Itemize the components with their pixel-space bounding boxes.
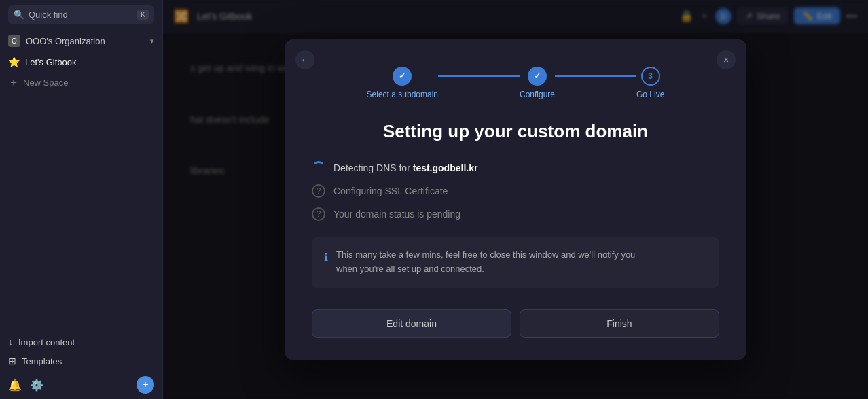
edit-domain-button[interactable]: Edit domain — [312, 309, 511, 338]
modal-back-button[interactable]: ← — [295, 50, 314, 69]
arrow-left-icon: ← — [300, 54, 310, 65]
status-item-domain: ? Your domain status is pending — [312, 207, 719, 221]
org-avatar: O — [8, 35, 20, 47]
step-3-label: Go Live — [636, 90, 664, 99]
info-box: ℹ This many take a few mins, feel free t… — [312, 237, 719, 288]
step-3-circle: 3 — [641, 67, 660, 86]
finish-button[interactable]: Finish — [520, 309, 719, 338]
status-list: Detecting DNS for test.godbell.kr ? Conf… — [312, 161, 719, 221]
main-area: 🔀 Let's Gitbook 🔒 ＋ D ↗ Share ✏️ Edit ••… — [163, 0, 868, 399]
star-icon: ⭐ — [8, 56, 20, 67]
quick-find-label: Quick find — [29, 10, 68, 20]
step-1-circle: ✓ — [393, 67, 412, 86]
modal-footer: Edit domain Finish — [312, 309, 719, 338]
settings-icon[interactable]: ⚙️ — [30, 379, 43, 392]
modal-title: Setting up your custom domain — [312, 121, 719, 142]
sidebar-new-space-button[interactable]: ＋ New Space — [0, 71, 162, 94]
pending-icon-ssl: ? — [312, 184, 325, 198]
add-new-button[interactable]: + — [137, 376, 154, 394]
info-text-1: This many take a few mins, feel free to … — [336, 249, 635, 260]
info-content: This many take a few mins, feel free to … — [336, 248, 635, 277]
dns-text: Detecting DNS for test.godbell.kr — [333, 162, 477, 173]
import-label: Import content — [18, 337, 75, 347]
step-2: ✓ Configure — [520, 67, 555, 99]
modal-close-button[interactable]: × — [717, 50, 736, 69]
step-1-label: Select a subdomain — [367, 90, 438, 99]
sidebar-item-gitbook[interactable]: ⭐ Let's Gitbook — [0, 52, 162, 71]
ssl-text: Configuring SSL Certificate — [333, 186, 448, 196]
close-icon: × — [723, 54, 729, 65]
custom-domain-modal: ← × ✓ Select a subdomain ✓ Configure — [285, 39, 746, 360]
search-icon: 🔍 — [14, 10, 24, 20]
step-2-circle: ✓ — [528, 67, 547, 86]
step-3: 3 Go Live — [636, 67, 664, 99]
sidebar-import-content[interactable]: ↓ Import content — [0, 332, 162, 351]
info-icon: ℹ — [324, 249, 328, 266]
stepper: ✓ Select a subdomain ✓ Configure 3 Go Li… — [312, 67, 719, 99]
domain-name: test.godbell.kr — [413, 162, 478, 173]
status-item-ssl: ? Configuring SSL Certificate — [312, 184, 719, 198]
info-text-2: when you're all set up and connected. — [336, 264, 484, 274]
domain-status-text: Your domain status is pending — [333, 209, 460, 220]
bell-icon[interactable]: 🔔 — [8, 379, 22, 392]
modal-overlay: ← × ✓ Select a subdomain ✓ Configure — [163, 0, 868, 399]
keyboard-shortcut-badge: K — [137, 10, 149, 20]
status-item-dns: Detecting DNS for test.godbell.kr — [312, 161, 719, 175]
sidebar-bottom-icons: 🔔 ⚙️ — [8, 379, 43, 392]
import-icon: ↓ — [8, 336, 13, 347]
new-space-label: New Space — [23, 77, 68, 88]
sidebar-bottom: 🔔 ⚙️ + — [0, 370, 162, 399]
plus-icon: ＋ — [8, 75, 19, 90]
step-2-label: Configure — [520, 90, 555, 99]
templates-label: Templates — [22, 356, 62, 366]
sidebar-org-item[interactable]: O OOO's Organization ▾ — [0, 29, 162, 52]
sidebar: 🔍 Quick find K O OOO's Organization ▾ ⭐ … — [0, 0, 163, 399]
step-1: ✓ Select a subdomain — [367, 67, 438, 99]
sidebar-top: 🔍 Quick find K — [0, 0, 162, 29]
org-name: OOO's Organization — [26, 36, 105, 46]
sidebar-templates[interactable]: ⊞ Templates — [0, 351, 162, 370]
step-connector-2 — [555, 75, 636, 77]
step-connector-1 — [438, 75, 520, 77]
chevron-down-icon: ▾ — [150, 37, 154, 46]
loading-spinner — [312, 161, 325, 175]
templates-icon: ⊞ — [8, 355, 16, 366]
quick-find-button[interactable]: 🔍 Quick find K — [8, 5, 154, 24]
gitbook-label: Let's Gitbook — [25, 57, 76, 67]
pending-icon-domain: ? — [312, 207, 325, 221]
